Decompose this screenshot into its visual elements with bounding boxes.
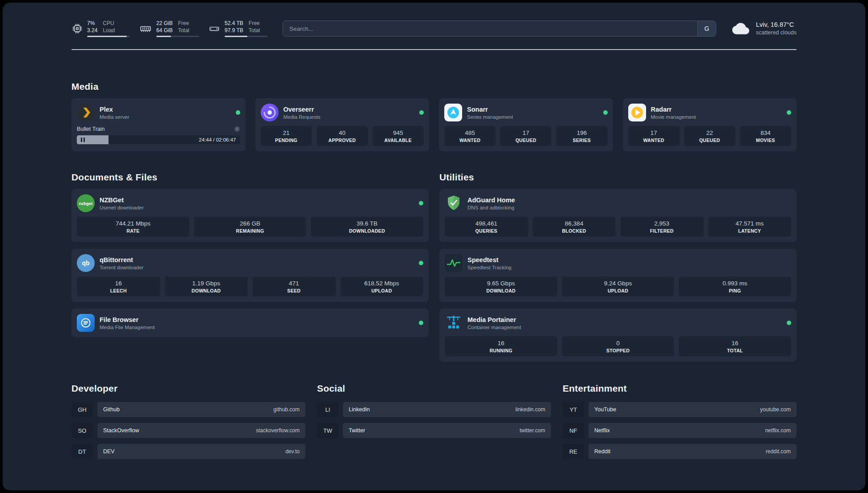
stat-tile: 9.24 GbpsUPLOAD xyxy=(562,276,674,297)
bookmark-github[interactable]: GH Githubgithub.com xyxy=(71,402,305,417)
stat-value: 744.21 Mbps xyxy=(79,220,188,227)
bookmark-name: Reddit xyxy=(594,448,610,455)
app-name: File Browser xyxy=(100,316,154,324)
stat-tile: 618.52 MbpsUPLOAD xyxy=(340,276,424,297)
stat-label: UPLOAD xyxy=(342,288,422,293)
stat-value: 1.19 Gbps xyxy=(167,280,246,287)
app-name: qBittorrent xyxy=(100,256,143,264)
stat-tile: 498,461QUERIES xyxy=(445,217,528,237)
bookmark-name: StackOverflow xyxy=(103,427,139,434)
stat-value: 9.65 Gbps xyxy=(447,280,555,287)
stat-tile: 39.6 TBDOWNLOADED xyxy=(311,217,423,237)
weather-condition: scattered clouds xyxy=(756,29,797,36)
stat-value: 0 xyxy=(563,340,672,347)
stat-label: REMAINING xyxy=(196,228,305,234)
stat-value: 16 xyxy=(79,280,159,287)
stat-value: 498,461 xyxy=(447,220,526,227)
speedtest-icon xyxy=(445,254,463,272)
bookmark-stackoverflow[interactable]: SO StackOverflowstackoverflow.com xyxy=(71,423,305,438)
cpu-bar xyxy=(87,36,130,37)
bookmark-domain: stackoverflow.com xyxy=(256,427,300,434)
weather-widget[interactable]: Lviv, 16.87°C scattered clouds xyxy=(730,20,797,37)
bookmark-domain: twitter.com xyxy=(520,427,545,434)
stat-value: 471 xyxy=(254,280,334,287)
disk-total-label: Total xyxy=(249,27,260,34)
stat-tile: 744.21 MbpsRATE xyxy=(77,217,189,237)
card-overseerr[interactable]: Overseerr Media Requests 21PENDING 40APP… xyxy=(255,98,430,151)
stat-value: 16 xyxy=(680,340,789,347)
playback-progress-bar[interactable]: 24:44 / 02:06:47 xyxy=(77,135,240,144)
status-dot xyxy=(419,321,423,325)
radarr-icon xyxy=(628,104,646,121)
stat-value: 9.24 Gbps xyxy=(563,280,672,287)
dashboard-app: 7% 3.24 CPU Load xyxy=(3,3,865,490)
stat-label: STOPPED xyxy=(563,348,672,353)
bookmark-dev[interactable]: DT DEVdev.to xyxy=(71,444,305,459)
disk-total-value: 97.9 TB xyxy=(225,27,243,34)
stat-tile: 945AVAILABLE xyxy=(372,126,424,146)
gear-icon[interactable] xyxy=(234,126,240,132)
bookmark-abbr: LI xyxy=(317,402,338,417)
bookmark-reddit[interactable]: RE Redditreddit.com xyxy=(563,444,797,459)
bookmark-youtube[interactable]: YT YouTubeyoutube.com xyxy=(563,402,797,417)
bookmarks-area: Developer GH Githubgithub.com SO StackOv… xyxy=(71,383,797,484)
bookmark-domain: linkedin.com xyxy=(515,406,545,413)
stat-tile: 0STOPPED xyxy=(562,336,674,356)
stat-label: QUERIES xyxy=(447,228,526,234)
card-filebrowser[interactable]: File Browser Media File Management xyxy=(71,309,429,337)
search-provider-button[interactable]: G xyxy=(697,21,716,36)
svg-text:qb: qb xyxy=(82,259,89,267)
header-divider xyxy=(71,49,797,50)
app-desc: Usenet downloader xyxy=(100,205,144,210)
card-speedtest[interactable]: Speedtest Speedtest Tracking 9.65 GbpsDO… xyxy=(439,249,797,302)
search-input[interactable] xyxy=(283,21,697,36)
bookmark-abbr: TW xyxy=(317,423,338,438)
section-title-documents: Documents & Files xyxy=(71,172,429,183)
documents-column: Documents & Files nzbget NZBGet Usenet d… xyxy=(71,172,429,337)
card-radarr[interactable]: Radarr Movie management 17WANTED 22QUEUE… xyxy=(623,98,797,151)
bookmark-linkedin[interactable]: LI LinkedInlinkedin.com xyxy=(317,402,551,417)
cpu-label: CPU xyxy=(103,20,115,27)
stat-tile: 40APPROVED xyxy=(317,126,368,146)
stat-label: SEED xyxy=(254,288,334,293)
portainer-icon xyxy=(445,314,463,332)
bookmarks-entertainment: Entertainment YT YouTubeyoutube.com NF N… xyxy=(563,383,797,465)
app-name: NZBGet xyxy=(100,196,144,204)
stat-tile: 266 GBREMAINING xyxy=(194,217,306,237)
stat-tile: 1.19 GbpsDOWNLOAD xyxy=(165,276,248,297)
card-qbittorrent[interactable]: qb qBittorrent Torrent downloader 16LEEC… xyxy=(71,249,429,302)
stat-tile: 16RUNNING xyxy=(445,336,557,356)
card-adguard[interactable]: AdGuard Home DNS and adblocking 498,461Q… xyxy=(439,189,797,242)
stat-value: 39.6 TB xyxy=(313,220,421,227)
cpu-load-value: 3.24 xyxy=(87,27,97,34)
stat-tile: 485WANTED xyxy=(444,126,496,146)
stat-label: QUEUED xyxy=(502,138,550,143)
bookmark-twitter[interactable]: TW Twittertwitter.com xyxy=(317,423,551,438)
bookmark-name: Netflix xyxy=(594,427,610,434)
bookmark-abbr: SO xyxy=(71,423,93,438)
stat-tile: 471SEED xyxy=(252,276,336,297)
top-bar: 7% 3.24 CPU Load xyxy=(71,18,797,39)
cpu-icon xyxy=(71,23,83,34)
stat-label: QUEUED xyxy=(686,138,734,143)
bookmark-netflix[interactable]: NF Netflixnetflix.com xyxy=(563,423,797,438)
bookmark-domain: reddit.com xyxy=(766,448,791,455)
stat-tile: 21PENDING xyxy=(261,126,312,146)
card-portainer[interactable]: Media Portainer Container management 16R… xyxy=(439,309,797,362)
stat-value: 86,384 xyxy=(534,220,614,227)
overseerr-icon xyxy=(261,104,279,121)
stat-tile: 47.571 msLATENCY xyxy=(708,217,792,237)
app-desc: Container management xyxy=(467,325,521,330)
app-desc: Media Requests xyxy=(284,114,321,120)
section-title-media: Media xyxy=(71,81,797,92)
now-playing-title: Bullet Train xyxy=(77,126,105,132)
pause-icon[interactable] xyxy=(81,138,85,142)
card-sonarr[interactable]: Sonarr Series management 485WANTED 17QUE… xyxy=(439,98,613,151)
card-nzbget[interactable]: nzbget NZBGet Usenet downloader 744.21 M… xyxy=(71,189,429,242)
adguard-icon xyxy=(445,194,463,212)
ram-total-label: Total xyxy=(178,27,189,34)
stat-value: 17 xyxy=(502,130,550,136)
app-name: Sonarr xyxy=(467,105,513,113)
stat-tile: 9.65 GbpsDOWNLOAD xyxy=(445,276,557,297)
card-plex[interactable]: Plex Media server Bullet Train 24:44 / 0… xyxy=(71,98,246,151)
